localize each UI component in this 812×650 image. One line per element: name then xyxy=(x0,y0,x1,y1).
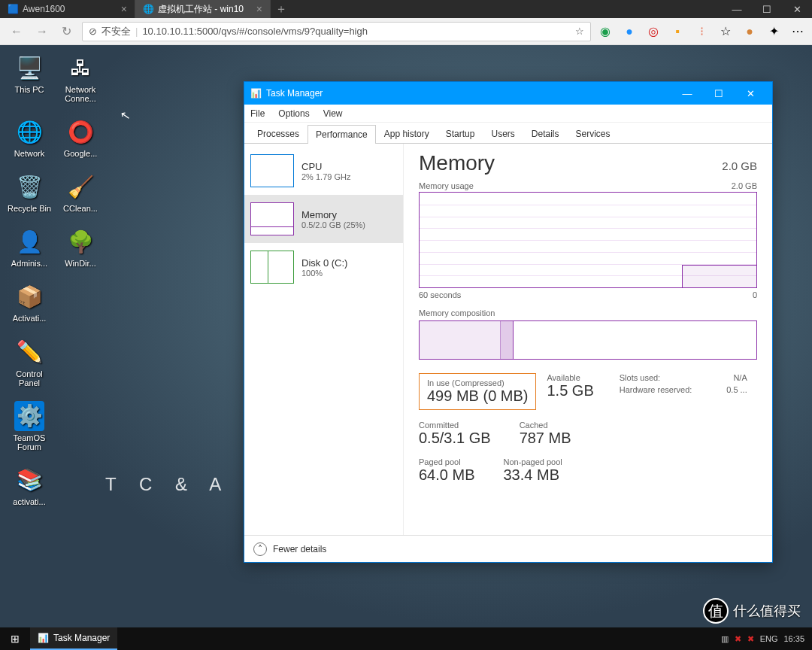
desktop-icon-windir[interactable]: 🌳WinDir... xyxy=(57,226,104,268)
books-icon: 📚 xyxy=(14,465,44,495)
ext-icon[interactable]: ▪ xyxy=(671,25,684,38)
menu-options[interactable]: Options xyxy=(278,108,309,119)
maximize-button[interactable]: ☐ xyxy=(752,0,782,18)
fewer-details-button[interactable]: Fewer details xyxy=(273,544,326,554)
titlebar[interactable]: 📊 Task Manager — ☐ ✕ xyxy=(244,82,772,105)
pencil-icon: ✏️ xyxy=(14,337,44,367)
metric-capacity: 2.0 GB xyxy=(722,159,757,172)
stat-committed: Committed 0.5/3.1 GB xyxy=(419,421,509,447)
desktop-icons-grid: 🖥️This PC 🖧Network Conne... 🌐Network ⭕Go… xyxy=(6,53,104,506)
browser-toolbar: ← → ↻ ⊘ 不安全 | 10.10.10.11:5000/qvs/#/con… xyxy=(0,18,812,45)
tab-performance[interactable]: Performance xyxy=(308,125,376,144)
tree-icon: 🌳 xyxy=(65,226,95,257)
broom-icon: 🧹 xyxy=(65,172,95,202)
tray-icon[interactable]: ✖ xyxy=(735,634,741,644)
desktop-icon-network[interactable]: 🌐Network xyxy=(6,117,53,158)
system-tray[interactable]: ▥ ✖ ✖ ENG 16:35 xyxy=(714,634,812,644)
tab-favicon: 🟦 xyxy=(8,4,18,14)
forward-button[interactable]: → xyxy=(33,22,51,41)
metric-heading: Memory xyxy=(419,151,495,175)
minimize-button[interactable]: — xyxy=(722,0,752,18)
memory-usage-graph[interactable] xyxy=(419,192,757,288)
tab-services[interactable]: Services xyxy=(568,124,619,143)
window-title: Task Manager xyxy=(266,88,323,99)
close-icon[interactable]: × xyxy=(256,3,262,15)
tray-time[interactable]: 16:35 xyxy=(783,634,804,643)
memory-thumb-icon xyxy=(250,202,294,235)
insecure-label: 不安全 xyxy=(102,25,131,38)
tab-users[interactable]: Users xyxy=(483,124,523,143)
gear-icon: ⚙️ xyxy=(14,401,44,431)
network-icon: 🖧 xyxy=(65,53,95,83)
remote-desktop[interactable]: 🖥️This PC 🖧Network Conne... 🌐Network ⭕Go… xyxy=(0,45,812,627)
taskbar-app-task-manager[interactable]: 📊 Task Manager xyxy=(30,627,117,650)
stat-in-use: In use (Compressed) 499 MB (0 MB) xyxy=(419,373,536,410)
disk-thumb-icon xyxy=(250,251,294,284)
browser-tab-strip: 🟦 Awen1600 × 🌐 虚拟机工作站 - win10 × ＋ xyxy=(0,0,812,18)
tray-icon[interactable]: ✖ xyxy=(747,634,754,644)
desktop-icon-this-pc[interactable]: 🖥️This PC xyxy=(6,53,53,103)
ext-icon[interactable]: ◎ xyxy=(647,25,660,38)
app-icon: 📊 xyxy=(250,88,262,99)
menu-file[interactable]: File xyxy=(250,108,265,119)
stat-available: Available 1.5 GB xyxy=(547,373,611,410)
desktop-icon-ccleaner[interactable]: 🧹CClean... xyxy=(57,172,104,213)
desktop-icon-activati2[interactable]: 📚activati... xyxy=(6,465,53,506)
desktop-icon-admin[interactable]: 👤Adminis... xyxy=(6,226,53,268)
toolbar-extensions: ◉ ● ◎ ▪ ⁝ ☆ ● ✦ ⋯ xyxy=(598,25,804,38)
memory-composition-bar[interactable] xyxy=(419,320,757,360)
axis-left: 60 seconds xyxy=(419,290,461,299)
sidebar-item-memory[interactable]: Memory0.5/2.0 GB (25%) xyxy=(244,195,403,243)
desktop-icon-chrome[interactable]: ⭕Google... xyxy=(57,117,104,158)
start-button[interactable]: ⊞ xyxy=(0,633,30,645)
sidebar-item-cpu[interactable]: CPU2% 1.79 GHz xyxy=(244,147,403,195)
ext-icon[interactable]: ⁝ xyxy=(695,25,708,38)
close-icon[interactable]: × xyxy=(121,3,127,15)
menubar: File Options View xyxy=(244,105,772,123)
address-bar[interactable]: ⊘ 不安全 | 10.10.10.11:5000/qvs/#/console/v… xyxy=(82,22,591,41)
tab-title: Awen1600 xyxy=(23,4,65,14)
app-icon: 📊 xyxy=(38,633,49,643)
composition-label: Memory composition xyxy=(419,308,757,317)
task-manager-footer: ˄ Fewer details xyxy=(244,535,772,562)
stats-extra: Slots used:N/A Hardware reserved:0.5 ... xyxy=(620,373,747,484)
desktop-icon-network-conn[interactable]: 🖧Network Conne... xyxy=(57,53,104,103)
comp-in-use xyxy=(420,321,501,359)
tab-app-history[interactable]: App history xyxy=(376,124,438,143)
tab-strip: Processes Performance App history Startu… xyxy=(244,123,772,144)
menu-view[interactable]: View xyxy=(323,108,343,119)
sidebar-item-disk[interactable]: Disk 0 (C:)100% xyxy=(244,243,403,291)
browser-tab-active[interactable]: 🌐 虚拟机工作站 - win10 × xyxy=(135,0,271,18)
tray-icon[interactable]: ▥ xyxy=(721,634,729,644)
windows-taskbar: ⊞ 📊 Task Manager ▥ ✖ ✖ ENG 16:35 xyxy=(0,627,812,650)
browser-window-controls: — ☐ ✕ xyxy=(722,0,812,18)
ext-icon[interactable]: ✦ xyxy=(767,25,780,38)
refresh-button[interactable]: ↻ xyxy=(59,21,74,41)
browser-tab[interactable]: 🟦 Awen1600 × xyxy=(0,0,135,18)
back-button[interactable]: ← xyxy=(8,22,26,41)
star-icon[interactable]: ☆ xyxy=(575,26,584,37)
tab-details[interactable]: Details xyxy=(523,124,568,143)
ext-icon[interactable]: ◉ xyxy=(598,25,612,38)
favorites-icon[interactable]: ☆ xyxy=(719,25,732,38)
tab-favicon: 🌐 xyxy=(143,4,153,14)
desktop-icon-teamos[interactable]: ⚙️TeamOS Forum xyxy=(6,401,53,451)
profile-icon[interactable]: ● xyxy=(743,25,756,38)
new-tab-button[interactable]: ＋ xyxy=(271,0,292,18)
desktop-icon-recycle-bin[interactable]: 🗑️Recycle Bin xyxy=(6,172,53,213)
tab-processes[interactable]: Processes xyxy=(249,124,308,143)
close-button[interactable]: ✕ xyxy=(735,82,766,105)
desktop-icon-activati[interactable]: 📦Activati... xyxy=(6,281,53,323)
performance-main: Memory 2.0 GB Memory usage2.0 GB 60 seco… xyxy=(404,144,772,535)
desktop-icon-control-panel[interactable]: ✏️Control Panel xyxy=(6,337,53,387)
more-icon[interactable]: ⋯ xyxy=(791,25,804,38)
tab-startup[interactable]: Startup xyxy=(438,124,483,143)
close-button[interactable]: ✕ xyxy=(782,0,812,18)
tray-lang[interactable]: ENG xyxy=(760,634,778,643)
ext-icon[interactable]: ● xyxy=(623,25,636,38)
insecure-icon: ⊘ xyxy=(89,26,97,37)
minimize-button[interactable]: — xyxy=(671,82,703,105)
stat-cached: Cached 787 MB xyxy=(520,421,589,447)
chevron-up-icon[interactable]: ˄ xyxy=(253,542,267,556)
maximize-button[interactable]: ☐ xyxy=(703,82,735,105)
